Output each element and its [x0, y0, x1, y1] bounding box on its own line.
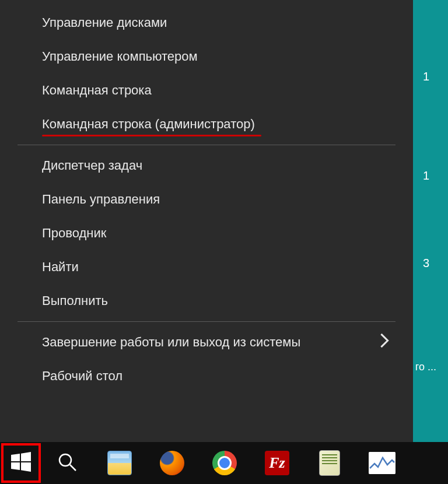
menu-item-label: Управление компьютером	[42, 49, 198, 64]
menu-item-command-prompt-admin[interactable]: Командная строка (администратор)	[0, 107, 413, 141]
taskbar-app-explorer[interactable]	[93, 442, 146, 484]
chevron-right-icon	[379, 332, 390, 352]
taskbar: Fz	[0, 442, 448, 484]
menu-item-label: Найти	[42, 259, 79, 275]
menu-item-label: Выполнить	[42, 293, 108, 308]
menu-item-label: Проводник	[42, 226, 106, 241]
menu-item-search[interactable]: Найти	[0, 250, 413, 284]
desktop-icon-label: го ...	[415, 362, 436, 373]
search-icon	[57, 452, 77, 474]
taskbar-app-notepad[interactable]	[303, 442, 356, 484]
menu-separator	[18, 145, 396, 145]
menu-item-computer-management[interactable]: Управление компьютером	[0, 40, 413, 73]
svg-point-0	[60, 454, 71, 466]
svg-rect-2	[369, 452, 396, 474]
menu-item-label: Командная строка (администратор)	[42, 117, 255, 132]
menu-item-label: Командная строка	[42, 83, 152, 98]
menu-item-label: Панель управления	[42, 192, 160, 207]
menu-item-task-manager[interactable]: Диспетчер задач	[0, 149, 413, 183]
chrome-icon	[212, 451, 237, 475]
menu-item-label: Управление дисками	[42, 15, 167, 30]
menu-item-label: Завершение работы или выход из системы	[42, 335, 300, 350]
desktop-icon-label: 1	[423, 70, 429, 83]
firefox-icon	[160, 451, 184, 475]
windows-logo-icon	[11, 452, 31, 474]
menu-item-run[interactable]: Выполнить	[0, 284, 413, 318]
menu-item-desktop[interactable]: Рабочий стол	[0, 359, 413, 393]
start-button[interactable]	[1, 443, 41, 483]
menu-item-file-explorer[interactable]: Проводник	[0, 216, 413, 250]
taskbar-app-firefox[interactable]	[146, 442, 198, 484]
menu-item-control-panel[interactable]: Панель управления	[0, 183, 413, 216]
notepad-icon	[319, 450, 340, 476]
menu-item-command-prompt[interactable]: Командная строка	[0, 73, 413, 107]
menu-item-disk-management[interactable]: Управление дисками	[0, 6, 413, 40]
menu-item-label: Диспетчер задач	[42, 158, 142, 173]
svg-line-1	[70, 465, 76, 471]
menu-item-label: Рабочий стол	[42, 369, 123, 384]
menu-separator	[18, 321, 396, 322]
taskbar-app-resource-monitor[interactable]	[356, 442, 408, 484]
desktop-icon-label: 3	[423, 257, 429, 270]
taskbar-app-chrome[interactable]	[198, 442, 251, 484]
menu-item-shutdown-signout[interactable]: Завершение работы или выход из системы	[0, 325, 413, 359]
taskbar-app-filezilla[interactable]: Fz	[251, 442, 303, 484]
resource-monitor-icon	[369, 452, 396, 474]
desktop-icon-label: 1	[423, 169, 429, 183]
file-explorer-icon	[107, 451, 132, 475]
winx-context-menu: Управление дисками Управление компьютеро…	[0, 0, 413, 442]
filezilla-icon: Fz	[265, 451, 289, 475]
taskbar-search-button[interactable]	[41, 442, 93, 484]
